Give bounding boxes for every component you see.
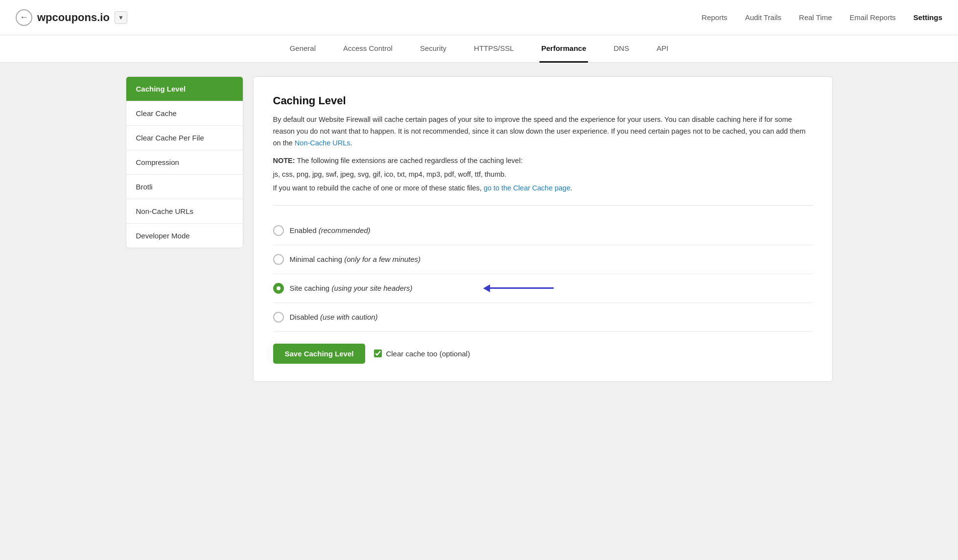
clear-cache-checkbox-label[interactable]: Clear cache too (optional) — [374, 350, 470, 358]
nav-email-reports[interactable]: Email Reports — [850, 13, 896, 22]
tab-https-ssl[interactable]: HTTPS/SSL — [472, 35, 516, 63]
clear-cache-checkbox-text: Clear cache too (optional) — [386, 350, 470, 358]
sub-nav: General Access Control Security HTTPS/SS… — [0, 35, 958, 63]
header-nav: Reports Audit Trails Real Time Email Rep… — [701, 13, 942, 22]
radio-option-site-caching[interactable]: Site caching (using your site headers) — [273, 274, 813, 303]
content-area: Caching Level By default our Website Fir… — [253, 76, 833, 382]
arrow-line — [490, 287, 554, 289]
clear-cache-checkbox[interactable] — [374, 350, 382, 357]
sidebar-item-compression[interactable]: Compression — [126, 150, 243, 175]
nav-reports[interactable]: Reports — [701, 13, 727, 22]
sidebar-item-caching-level[interactable]: Caching Level — [126, 77, 243, 101]
sidebar-item-clear-cache[interactable]: Clear Cache — [126, 101, 243, 126]
header-left: ← wpcoupons.io ▼ — [16, 9, 701, 26]
back-button[interactable]: ← — [16, 9, 32, 26]
tab-general[interactable]: General — [288, 35, 318, 63]
radio-circle-minimal — [273, 254, 284, 265]
radio-label-disabled: Disabled (use with caution) — [290, 313, 378, 321]
radio-option-enabled[interactable]: Enabled (recommended) — [273, 216, 813, 245]
content-extensions: js, css, png, jpg, swf, jpeg, svg, gif, … — [273, 169, 813, 181]
content-title: Caching Level — [273, 94, 813, 107]
radio-circle-enabled — [273, 225, 284, 236]
header: ← wpcoupons.io ▼ Reports Audit Trails Re… — [0, 0, 958, 35]
tab-api[interactable]: API — [654, 35, 670, 63]
arrow-annotation — [484, 284, 554, 292]
sidebar-item-brotli[interactable]: Brotli — [126, 175, 243, 199]
content-description: By default our Website Firewall will cac… — [273, 114, 813, 149]
tab-access-control[interactable]: Access Control — [341, 35, 395, 63]
non-cache-urls-link[interactable]: Non-Cache URLs — [295, 139, 350, 147]
radio-circle-disabled — [273, 312, 284, 323]
main-layout: Caching Level Clear Cache Clear Cache Pe… — [112, 63, 846, 396]
sidebar-item-clear-cache-per-file[interactable]: Clear Cache Per File — [126, 126, 243, 150]
site-dropdown-button[interactable]: ▼ — [115, 11, 127, 24]
nav-audit-trails[interactable]: Audit Trails — [745, 13, 781, 22]
tab-security[interactable]: Security — [418, 35, 448, 63]
radio-label-minimal: Minimal caching (only for a few minutes) — [290, 255, 421, 263]
sidebar-item-developer-mode[interactable]: Developer Mode — [126, 224, 243, 248]
content-rebuild: If you want to rebuild the cache of one … — [273, 183, 813, 194]
content-note: NOTE: The following file extensions are … — [273, 155, 813, 167]
radio-option-disabled[interactable]: Disabled (use with caution) — [273, 303, 813, 332]
radio-option-minimal[interactable]: Minimal caching (only for a few minutes) — [273, 245, 813, 274]
radio-label-enabled: Enabled (recommended) — [290, 226, 371, 234]
tab-dns[interactable]: DNS — [611, 35, 631, 63]
radio-label-site-caching: Site caching (using your site headers) — [290, 284, 413, 292]
tab-performance[interactable]: Performance — [539, 35, 588, 63]
sidebar: Caching Level Clear Cache Clear Cache Pe… — [126, 76, 243, 248]
arrow-head-icon — [483, 284, 490, 292]
clear-cache-page-link[interactable]: go to the Clear Cache page — [484, 184, 570, 192]
save-area: Save Caching Level Clear cache too (opti… — [273, 344, 813, 364]
nav-settings[interactable]: Settings — [913, 13, 942, 22]
sidebar-item-non-cache-urls[interactable]: Non-Cache URLs — [126, 199, 243, 224]
nav-real-time[interactable]: Real Time — [799, 13, 832, 22]
radio-circle-site-caching — [273, 283, 284, 294]
site-title: wpcoupons.io — [37, 11, 110, 24]
content-divider — [273, 205, 813, 206]
save-caching-level-button[interactable]: Save Caching Level — [273, 344, 366, 364]
